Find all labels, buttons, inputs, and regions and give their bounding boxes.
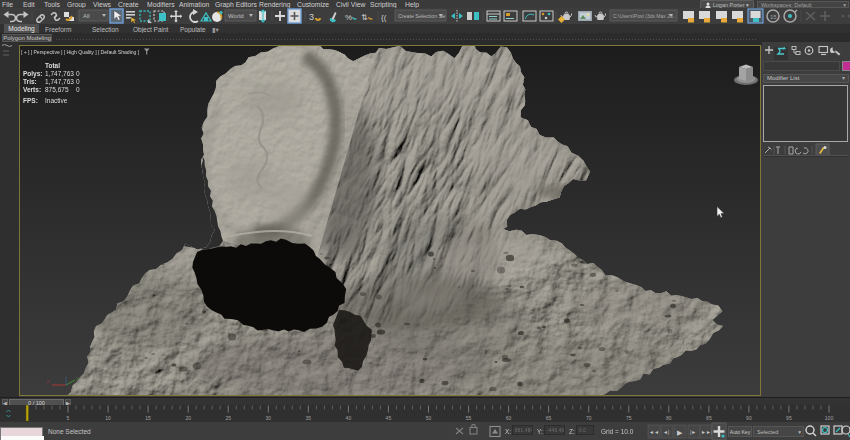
svg-text:Tris:: Tris: bbox=[23, 78, 37, 85]
svg-text:25: 25 bbox=[225, 415, 231, 421]
svg-text:5: 5 bbox=[67, 415, 70, 421]
svg-text:0: 0 bbox=[76, 86, 80, 93]
svg-text:90: 90 bbox=[746, 415, 752, 421]
svg-text:►►|: ►►| bbox=[701, 429, 712, 435]
svg-text:20: 20 bbox=[185, 415, 191, 421]
svg-text:All: All bbox=[83, 13, 90, 19]
svg-text:FPS:: FPS: bbox=[23, 97, 38, 104]
svg-text:70: 70 bbox=[586, 415, 592, 421]
svg-text:Polys:: Polys: bbox=[23, 70, 43, 78]
svg-text:100: 100 bbox=[825, 415, 834, 421]
svg-text:◄◄: ◄◄ bbox=[649, 429, 659, 435]
svg-text:1,747,763: 1,747,763 bbox=[45, 78, 74, 85]
svg-text:World: World bbox=[228, 13, 244, 19]
svg-text:Inactive: Inactive bbox=[45, 97, 68, 104]
svg-text:⇅: ⇅ bbox=[361, 13, 368, 22]
svg-text:{(: {( bbox=[381, 13, 387, 22]
svg-text:60: 60 bbox=[506, 415, 512, 421]
svg-text:85: 85 bbox=[706, 415, 712, 421]
svg-text:Create Selection Se: Create Selection Se bbox=[398, 13, 445, 19]
svg-text:0: 0 bbox=[76, 70, 80, 77]
svg-text:[ + ] [ Perspective ] [ High Q: [ + ] [ Perspective ] [ High Quality ] [… bbox=[21, 49, 140, 55]
svg-text:x: x bbox=[47, 378, 50, 384]
svg-text:30: 30 bbox=[266, 415, 272, 421]
svg-text:▶: ▶ bbox=[677, 429, 683, 436]
svg-text:Verts:: Verts: bbox=[23, 86, 41, 93]
svg-text:15: 15 bbox=[770, 14, 777, 20]
svg-text:0: 0 bbox=[76, 78, 80, 85]
svg-text:55: 55 bbox=[466, 415, 472, 421]
svg-text:45: 45 bbox=[386, 415, 392, 421]
svg-text:|►: |► bbox=[690, 429, 696, 435]
svg-text:50: 50 bbox=[426, 415, 432, 421]
svg-text:75: 75 bbox=[626, 415, 632, 421]
svg-text:65: 65 bbox=[546, 415, 552, 421]
svg-text:80: 80 bbox=[666, 415, 672, 421]
svg-text:1,747,763: 1,747,763 bbox=[45, 70, 74, 77]
svg-text:35: 35 bbox=[306, 415, 312, 421]
svg-text:C:\Users\Post (3ds Max 20..: C:\Users\Post (3ds Max 20.. bbox=[613, 13, 676, 19]
svg-text:10: 10 bbox=[105, 415, 111, 421]
svg-text:◄|: ◄| bbox=[663, 429, 669, 435]
svg-text:95: 95 bbox=[786, 415, 792, 421]
svg-text:40: 40 bbox=[346, 415, 352, 421]
svg-text:%: % bbox=[345, 13, 352, 22]
svg-text:15: 15 bbox=[145, 415, 151, 421]
svg-text:875,675: 875,675 bbox=[45, 86, 69, 93]
svg-text:3: 3 bbox=[309, 12, 314, 22]
svg-text:Total: Total bbox=[45, 62, 60, 69]
svg-text:y: y bbox=[76, 375, 79, 381]
